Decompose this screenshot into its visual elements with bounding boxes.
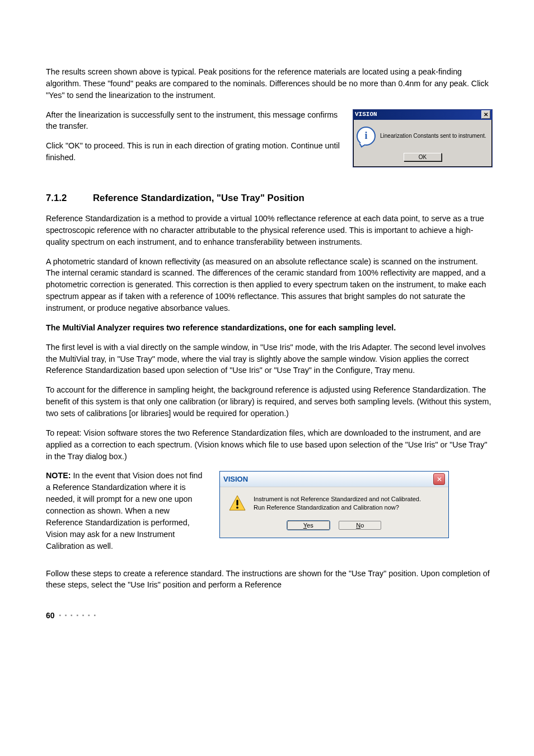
- body-paragraph: Reference Standardization is a method to…: [46, 213, 493, 248]
- dialog-not-calibrated: VISION ✕ Instrument is not Reference Sta…: [219, 471, 449, 538]
- body-paragraph-bold: The MultiVial Analyzer requires two refe…: [46, 322, 493, 334]
- note-paragraph: NOTE: In the event that Vision does not …: [46, 470, 208, 552]
- close-icon[interactable]: ✕: [481, 110, 490, 119]
- no-button[interactable]: No: [339, 521, 381, 530]
- page-footer: 60 ▪ ▪ ▪ ▪ ▪ ▪ ▪: [46, 611, 493, 620]
- section-title: Reference Standardization, "Use Tray" Po…: [93, 193, 305, 203]
- dialog-message: Instrument is not Reference Standardized…: [254, 495, 421, 512]
- note-body: In the event that Vision does not find a…: [46, 471, 203, 550]
- svg-rect-1: [236, 500, 238, 506]
- body-paragraph: To account for the difference in samplin…: [46, 384, 493, 419]
- body-paragraph: Follow these steps to create a reference…: [46, 568, 493, 591]
- close-icon[interactable]: ✕: [433, 473, 445, 485]
- dialog-linearization-sent: VISION ✕ i Linearization Constants sent …: [353, 109, 493, 167]
- body-paragraph: Click "OK" to proceed. This is run in ea…: [46, 140, 343, 164]
- note-label: NOTE:: [46, 471, 71, 480]
- dialog-title: VISION: [355, 111, 377, 118]
- section-number: 7.1.2: [46, 193, 93, 204]
- section-heading: 7.1.2Reference Standardization, "Use Tra…: [46, 193, 493, 204]
- body-paragraph: To repeat: Vision software stores the tw…: [46, 427, 493, 463]
- warning-icon: [229, 495, 246, 513]
- page-number: 60: [46, 611, 55, 620]
- body-paragraph: The first level is with a vial directly …: [46, 342, 493, 377]
- body-paragraph: After the linearization is successfully …: [46, 109, 343, 133]
- footer-dots: ▪ ▪ ▪ ▪ ▪ ▪ ▪: [59, 612, 96, 618]
- body-paragraph: The results screen shown above is typica…: [46, 66, 493, 101]
- body-paragraph: A photometric standard of known reflecti…: [46, 256, 493, 314]
- info-icon: i: [357, 127, 376, 146]
- svg-point-2: [236, 507, 238, 509]
- dialog-title: VISION: [223, 475, 248, 483]
- dialog-message: Linearization Constants sent to instrume…: [380, 133, 486, 139]
- yes-button[interactable]: Yes: [287, 521, 330, 530]
- ok-button[interactable]: OK: [404, 153, 442, 161]
